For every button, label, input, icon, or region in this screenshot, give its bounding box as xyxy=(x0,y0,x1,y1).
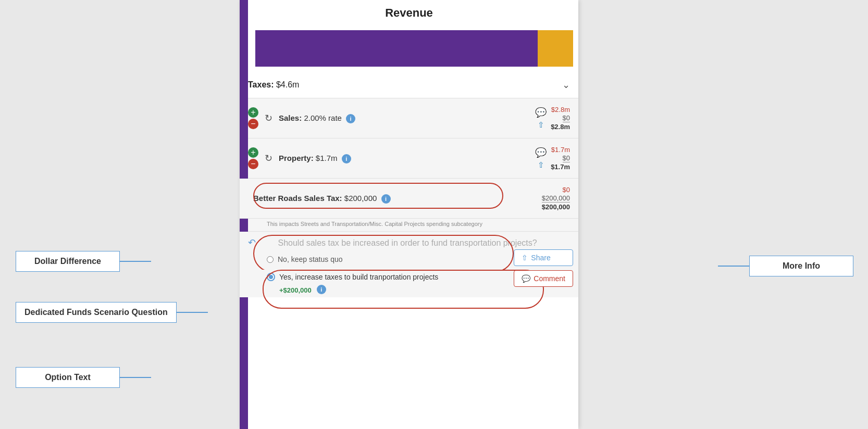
yes-option-row: Yes, increase taxes to build tranportati… xyxy=(240,270,578,297)
sales-values: $2.8m $0 $2.8m xyxy=(551,106,570,131)
sales-label: Sales: 2.00% rate i xyxy=(279,113,527,123)
bar-chart-area xyxy=(240,25,578,72)
more-info-box: More Info xyxy=(749,256,853,276)
taxes-row: Taxes: $4.6m ⌄ xyxy=(240,72,578,98)
sales-val-bot: $2.8m xyxy=(551,123,570,131)
sales-refresh-icon[interactable]: ↻ xyxy=(265,112,272,124)
action-buttons: ⇧ Share 💬 Comment xyxy=(514,249,573,287)
yes-option-info-icon[interactable]: i xyxy=(317,285,326,294)
property-action-icons: 💬 ⇧ xyxy=(535,147,547,170)
sales-info-icon[interactable]: i xyxy=(346,114,355,123)
dollar-diff-line xyxy=(120,261,151,262)
revenue-header: Revenue xyxy=(240,0,578,25)
option-text-annotation: Option Text xyxy=(16,367,151,388)
share-icon: ⇧ xyxy=(522,254,528,262)
better-roads-val-bot: $200,000 xyxy=(542,203,570,211)
sales-share-icon[interactable]: ⇧ xyxy=(538,120,544,130)
impact-text: This impacts Streets and Transportation/… xyxy=(240,219,578,232)
more-info-annotation: More Info xyxy=(718,256,853,276)
bar-purple xyxy=(255,30,538,67)
sales-action-icons: 💬 ⇧ xyxy=(535,107,547,130)
property-val-bot: $1.7m xyxy=(551,163,570,171)
taxes-value: $4.6m xyxy=(276,80,299,89)
property-increase-button[interactable]: + xyxy=(248,147,258,158)
sales-controls: + − xyxy=(248,107,258,129)
share-button[interactable]: ⇧ Share xyxy=(514,249,573,266)
property-decrease-button[interactable]: − xyxy=(248,159,258,169)
property-label: Property: $1.7m i xyxy=(279,154,527,163)
taxes-label: Taxes: $4.6m xyxy=(248,80,299,90)
better-roads-val-mid: $200,000 xyxy=(542,194,570,203)
sales-line-item: + − ↻ Sales: 2.00% rate i 💬 ⇧ $2.8m $0 $… xyxy=(240,98,578,138)
sales-val-mid: $0 xyxy=(563,114,570,122)
better-roads-row: Better Roads Sales Tax: $200,000 i $0 $2… xyxy=(240,179,578,219)
radio-yes-selected[interactable] xyxy=(267,273,275,281)
radio-no-label: No, keep status quo xyxy=(278,255,343,263)
scenario-wrapper: ↶ Should sales tax be increased in order… xyxy=(240,232,578,297)
sales-comment-icon[interactable]: 💬 xyxy=(535,107,547,118)
dollar-difference-box: Dollar Difference xyxy=(16,251,120,272)
better-roads-values: $0 $200,000 $200,000 xyxy=(542,186,570,211)
plus-amount: +$200,000 xyxy=(279,286,312,294)
radio-no-input[interactable] xyxy=(267,256,274,263)
property-info-icon[interactable]: i xyxy=(342,154,351,163)
option-text-box: Option Text xyxy=(16,367,120,388)
property-val-top: $1.7m xyxy=(551,146,570,154)
radio-yes-inner xyxy=(269,275,273,279)
better-roads-info-icon[interactable]: i xyxy=(381,194,391,204)
comment-button[interactable]: 💬 Comment xyxy=(514,270,573,287)
property-line-item: + − ↻ Property: $1.7m i 💬 ⇧ $1.7m $0 $1.… xyxy=(240,138,578,179)
property-share-icon[interactable]: ⇧ xyxy=(538,160,544,170)
dedicated-funds-annotation: Dedicated Funds Scenario Question xyxy=(16,302,208,323)
radio-yes-label: Yes, increase taxes to build tranportati… xyxy=(279,273,438,281)
property-comment-icon[interactable]: 💬 xyxy=(535,147,547,158)
chevron-down-icon[interactable]: ⌄ xyxy=(562,79,570,91)
sales-val-top: $2.8m xyxy=(551,106,570,113)
better-roads-val-top: $0 xyxy=(563,186,570,194)
comment-icon: 💬 xyxy=(522,274,530,283)
property-controls: + − xyxy=(248,147,258,169)
dollar-difference-annotation: Dollar Difference xyxy=(16,251,151,272)
main-panel: Revenue Taxes: $4.6m ⌄ + − ↻ Sale xyxy=(240,0,578,429)
property-val-mid: $0 xyxy=(563,154,570,162)
bar-inner xyxy=(255,30,573,67)
property-values: $1.7m $0 $1.7m xyxy=(551,146,570,171)
option-text-line xyxy=(120,377,151,378)
page-container: Revenue Taxes: $4.6m ⌄ + − ↻ Sale xyxy=(0,0,868,429)
dedicated-funds-line xyxy=(177,312,208,313)
dedicated-funds-box: Dedicated Funds Scenario Question xyxy=(16,302,177,323)
property-refresh-icon[interactable]: ↻ xyxy=(265,153,272,164)
bar-gold xyxy=(538,30,573,67)
revenue-title: Revenue xyxy=(385,6,433,19)
better-roads-label: Better Roads Sales Tax: $200,000 i xyxy=(248,194,538,204)
more-info-line xyxy=(718,266,749,267)
sales-decrease-button[interactable]: − xyxy=(248,119,258,129)
undo-icon[interactable]: ↶ xyxy=(248,237,256,248)
sales-increase-button[interactable]: + xyxy=(248,107,258,118)
scenario-question-text: Should sales tax be increased in order t… xyxy=(260,235,563,250)
